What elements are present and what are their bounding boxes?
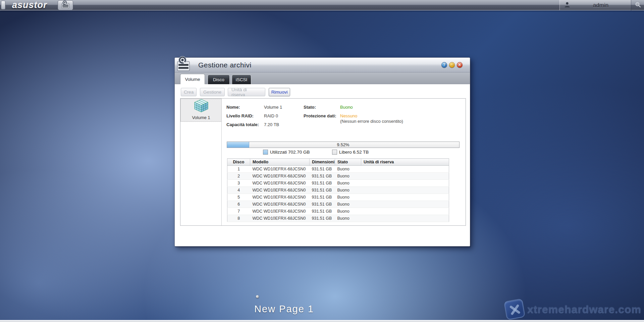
cell-model: WDC WD10EFRX-68JCSN0	[250, 194, 310, 201]
taskbar-grip	[1, 1, 5, 9]
table-row[interactable]: 5 WDC WD10EFRX-68JCSN0 931.51 GB Buono	[227, 194, 449, 201]
cell-size: 931.51 GB	[310, 166, 335, 173]
cell-model: WDC WD10EFRX-68JCSN0	[250, 187, 310, 194]
capacity-label: Capacità totale:	[226, 122, 259, 127]
free-legend-swatch	[332, 150, 337, 155]
cell-status: Buono	[335, 187, 361, 194]
capacity-value: 7.20 TB	[264, 122, 279, 127]
page-title: New Page 1	[254, 304, 314, 315]
cell-status: Buono	[335, 173, 361, 180]
volume-list-item[interactable]: Volume 1	[180, 99, 222, 122]
volume-cube-icon	[194, 99, 209, 114]
cell-disk: 1	[227, 166, 250, 173]
usage-percent-label: 9.52%	[227, 142, 459, 148]
desktop-wallpaper: asustor admin	[0, 0, 644, 322]
help-button[interactable]: ?	[441, 62, 447, 68]
cell-model: WDC WD10EFRX-68JCSN0	[250, 166, 310, 173]
cell-disk: 4	[227, 187, 250, 194]
protection-value: Nessuno	[340, 113, 357, 118]
cell-status: Buono	[335, 180, 361, 187]
raid-value: RAID 0	[264, 113, 278, 118]
cell-status: Buono	[335, 201, 361, 208]
search-icon	[635, 2, 641, 9]
cell-spare	[361, 201, 449, 208]
cell-spare	[361, 208, 449, 215]
cell-spare	[361, 194, 449, 201]
col-unita-riserva[interactable]: Unità di riserva	[361, 159, 449, 166]
cell-status: Buono	[335, 166, 361, 173]
cell-disk: 7	[227, 208, 250, 215]
used-legend-swatch	[263, 150, 268, 155]
crea-button[interactable]: Crea	[181, 88, 197, 96]
bottom-edge-strip	[0, 320, 644, 322]
tab-disco[interactable]: Disco	[208, 74, 230, 84]
protection-label: Protezione dati:	[304, 113, 336, 118]
col-modello[interactable]: Modello	[250, 159, 310, 166]
cell-size: 931.51 GB	[310, 173, 335, 180]
storage-manager-icon	[61, 0, 70, 10]
table-row[interactable]: 6 WDC WD10EFRX-68JCSN0 931.51 GB Buono	[227, 201, 449, 208]
volume-list-item-label: Volume 1	[192, 115, 210, 120]
asustor-logo: asustor	[12, 0, 47, 10]
window-titlebar[interactable]: Gestione archivi ? − ✕	[175, 58, 470, 72]
close-button[interactable]: ✕	[457, 62, 463, 68]
top-taskbar: asustor admin	[0, 0, 644, 10]
tab-strip: Volume Disco iSCSI	[175, 72, 470, 84]
cell-disk: 8	[227, 215, 250, 222]
cell-status: Buono	[335, 215, 361, 222]
table-row[interactable]: 2 WDC WD10EFRX-68JCSN0 931.51 GB Buono	[227, 173, 449, 180]
col-disco[interactable]: Disco	[227, 159, 250, 166]
disk-table-header: Disco Modello Dimensioni Stato Unità di …	[227, 159, 449, 166]
minimize-button[interactable]: −	[449, 62, 455, 68]
watermark-text: xtremehardware.com	[527, 303, 641, 316]
col-dimensioni[interactable]: Dimensioni	[310, 159, 335, 166]
cell-model: WDC WD10EFRX-68JCSN0	[250, 201, 310, 208]
unita-di-riserva-button[interactable]: Unità di riserva	[228, 88, 265, 96]
status-label: Stato:	[304, 105, 316, 110]
cell-size: 931.51 GB	[310, 194, 335, 201]
cell-size: 931.51 GB	[310, 187, 335, 194]
username-label: admin	[571, 2, 631, 9]
search-button[interactable]	[632, 0, 644, 10]
table-row[interactable]: 4 WDC WD10EFRX-68JCSN0 931.51 GB Buono	[227, 187, 449, 194]
table-row[interactable]: 1 WDC WD10EFRX-68JCSN0 931.51 GB Buono	[227, 166, 449, 173]
user-menu[interactable]: admin	[559, 0, 631, 10]
cell-disk: 5	[227, 194, 250, 201]
tab-volume[interactable]: Volume	[180, 74, 205, 84]
cell-status: Buono	[335, 208, 361, 215]
cell-size: 931.51 GB	[310, 201, 335, 208]
cell-size: 931.51 GB	[310, 208, 335, 215]
volume-list: Volume 1	[180, 99, 222, 225]
cell-disk: 3	[227, 180, 250, 187]
col-stato[interactable]: Stato	[335, 159, 361, 166]
cell-size: 931.51 GB	[310, 215, 335, 222]
cell-spare	[361, 173, 449, 180]
used-legend-label: Utilizzati 702.70 GB	[270, 150, 310, 155]
raid-label: Livello RAID:	[226, 113, 254, 118]
rimuovi-button[interactable]: Rimuovi	[269, 88, 290, 96]
taskbar-storage-manager-button[interactable]	[58, 0, 73, 10]
volume-detail: Nome: Volume 1 Stato: Buono Livello RAID…	[222, 99, 466, 225]
cell-model: WDC WD10EFRX-68JCSN0	[250, 215, 310, 222]
table-row[interactable]: 3 WDC WD10EFRX-68JCSN0 931.51 GB Buono	[227, 180, 449, 187]
page-bullet-dot	[256, 295, 259, 298]
cell-status: Buono	[335, 194, 361, 201]
usage-progress-bar: 9.52%	[227, 142, 460, 148]
gestione-button[interactable]: Gestione	[200, 88, 225, 96]
cell-size: 931.51 GB	[310, 180, 335, 187]
cell-disk: 2	[227, 173, 250, 180]
volume-panel: Volume 1 Nome: Volume 1 Stato: Buono Liv…	[180, 98, 466, 226]
tab-iscsi[interactable]: iSCSI	[232, 74, 251, 84]
cell-model: WDC WD10EFRX-68JCSN0	[250, 180, 310, 187]
user-icon	[564, 1, 571, 9]
cell-model: WDC WD10EFRX-68JCSN0	[250, 208, 310, 215]
storage-manager-icon	[176, 56, 191, 73]
cell-model: WDC WD10EFRX-68JCSN0	[250, 173, 310, 180]
storage-manager-window: Gestione archivi ? − ✕ Volume Disco iSCS…	[174, 57, 470, 247]
table-row[interactable]: 8 WDC WD10EFRX-68JCSN0 931.51 GB Buono	[227, 215, 449, 222]
name-value: Volume 1	[264, 105, 282, 110]
status-value: Buono	[340, 105, 353, 110]
xtremehardware-logo-icon	[504, 299, 526, 320]
table-row[interactable]: 7 WDC WD10EFRX-68JCSN0 931.51 GB Buono	[227, 208, 449, 215]
cell-spare	[361, 166, 449, 173]
